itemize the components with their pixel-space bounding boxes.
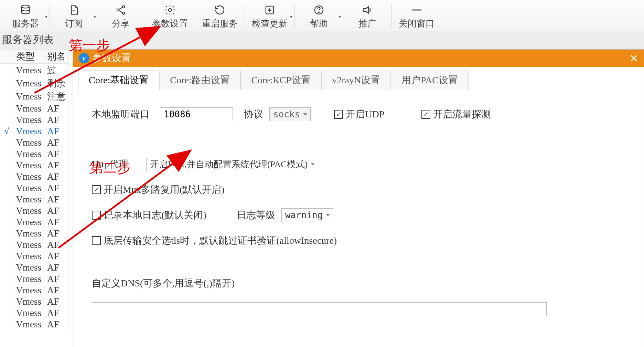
server-row[interactable]: VmessAF bbox=[0, 205, 69, 217]
col-alias[interactable]: 别名 bbox=[44, 50, 69, 64]
row-check bbox=[0, 194, 13, 205]
toolbar-label: 重启服务 bbox=[202, 18, 238, 30]
close-icon[interactable]: ✕ bbox=[630, 52, 638, 64]
tls-label: 底层传输安全选tls时，默认跳过证书验证(allowInsecure) bbox=[104, 234, 337, 247]
row-type: Vmess bbox=[13, 251, 44, 262]
row-type: Vmess bbox=[13, 307, 44, 319]
log-checkbox[interactable]: 记录本地日志(默认关闭) bbox=[92, 209, 206, 222]
toolbar-minus-button[interactable]: 关闭窗口 bbox=[393, 0, 441, 31]
row-alias: 剩余 bbox=[44, 77, 69, 90]
gear-icon bbox=[164, 2, 176, 18]
server-row[interactable]: VmessAF bbox=[0, 194, 69, 205]
row-alias: AF bbox=[44, 171, 69, 182]
tab-2[interactable]: Core:KCP设置 bbox=[240, 71, 321, 90]
row-type: Vmess bbox=[13, 205, 44, 217]
server-row[interactable]: VmessAF bbox=[0, 285, 69, 296]
server-row[interactable]: VmessAF bbox=[0, 160, 69, 171]
server-row[interactable]: VmessAF bbox=[0, 296, 69, 307]
row-type: Vmess bbox=[13, 114, 44, 126]
toolbar-gear-button[interactable]: 参数设置 bbox=[146, 0, 194, 31]
help-icon bbox=[313, 2, 324, 18]
toolbar-help-button[interactable]: 帮助▾ bbox=[296, 0, 342, 31]
row-type: Vmess bbox=[13, 137, 44, 148]
row-alias: AF bbox=[44, 296, 69, 307]
row-check bbox=[0, 296, 13, 307]
row-alias: AF bbox=[44, 273, 69, 285]
server-row[interactable]: VmessAF bbox=[0, 262, 69, 273]
server-row[interactable]: VmessAF bbox=[0, 137, 69, 148]
row-alias: AF bbox=[44, 194, 69, 205]
db-icon bbox=[20, 2, 31, 18]
tab-4[interactable]: 用户PAC设置 bbox=[391, 71, 469, 90]
loglevel-select[interactable]: warning bbox=[281, 208, 334, 222]
row-check bbox=[0, 182, 13, 194]
server-row[interactable]: VmessAF bbox=[0, 182, 69, 194]
tls-checkbox[interactable]: 底层传输安全选tls时，默认跳过证书验证(allowInsecure) bbox=[92, 234, 337, 247]
app-icon: v bbox=[79, 53, 89, 63]
sniff-label: 开启流量探测 bbox=[433, 108, 491, 121]
row-check bbox=[0, 160, 13, 171]
server-row[interactable]: Vmess剩余 bbox=[0, 77, 69, 90]
mux-checkbox[interactable]: ✓ 开启Mux多路复用(默认开启) bbox=[92, 183, 225, 196]
dialog-titlebar[interactable]: v 参数设置 ✕ bbox=[73, 50, 644, 67]
server-row[interactable]: VmessAF bbox=[0, 251, 69, 262]
server-row[interactable]: VmessAF bbox=[0, 319, 69, 330]
col-check[interactable] bbox=[0, 50, 13, 64]
server-row[interactable]: VmessAF bbox=[0, 217, 69, 228]
row-check bbox=[0, 217, 13, 228]
server-row[interactable]: VmessAF bbox=[0, 228, 69, 239]
server-row[interactable]: VmessAF bbox=[0, 114, 69, 126]
server-row[interactable]: VmessAF bbox=[0, 103, 69, 114]
toolbar-db-button[interactable]: 服务器▾ bbox=[2, 0, 49, 31]
col-type[interactable]: 类型 bbox=[13, 50, 44, 64]
toolbar-reload-button[interactable]: 重启服务 bbox=[196, 0, 244, 31]
row-type: Vmess bbox=[13, 126, 44, 137]
toolbar-speaker-button[interactable]: 推广 bbox=[344, 0, 391, 31]
row-check bbox=[0, 64, 13, 77]
server-row[interactable]: Vmess过 bbox=[0, 64, 69, 77]
server-table: 类型 别名 Vmess过Vmess剩余Vmess注意VmessAFVmessAF… bbox=[0, 49, 69, 347]
server-row[interactable]: VmessAF bbox=[0, 171, 69, 182]
toolbar-share-button[interactable]: 分享 bbox=[97, 0, 144, 31]
main-toolbar: 服务器▾订阅▾分享参数设置重启服务检查更新▾帮助▾推广关闭窗口 bbox=[0, 0, 644, 31]
row-alias: AF bbox=[44, 160, 69, 171]
row-alias: AF bbox=[44, 228, 69, 239]
row-check bbox=[0, 205, 13, 217]
minus-icon bbox=[411, 2, 422, 18]
toolbar-file-add-button[interactable]: 订阅▾ bbox=[51, 0, 97, 31]
toolbar-label: 推广 bbox=[358, 18, 376, 30]
dns-input[interactable] bbox=[92, 302, 547, 316]
sniff-checkbox[interactable]: ✓ 开启流量探测 bbox=[421, 108, 491, 121]
port-input[interactable] bbox=[160, 107, 233, 121]
row-type: Vmess bbox=[13, 77, 44, 90]
row-type: Vmess bbox=[13, 319, 44, 330]
download-icon bbox=[265, 2, 275, 18]
file-add-icon bbox=[69, 2, 79, 18]
row-type: Vmess bbox=[13, 148, 44, 160]
row-type: Vmess bbox=[13, 239, 44, 251]
toolbar-label: 订阅 bbox=[65, 18, 83, 30]
server-row[interactable]: VmessAF bbox=[0, 273, 69, 285]
udp-label: 开启UDP bbox=[346, 108, 384, 121]
tab-0[interactable]: Core:基础设置 bbox=[78, 71, 159, 90]
row-check bbox=[0, 90, 13, 103]
server-row[interactable]: VmessAF bbox=[0, 239, 69, 251]
mux-label: 开启Mux多路复用(默认开启) bbox=[104, 183, 225, 196]
tab-3[interactable]: v2rayN设置 bbox=[321, 71, 391, 90]
udp-checkbox[interactable]: ✓ 开启UDP bbox=[334, 108, 384, 121]
row-alias: AF bbox=[44, 319, 69, 330]
toolbar-download-button[interactable]: 检查更新▾ bbox=[246, 0, 294, 31]
row-check bbox=[0, 319, 13, 330]
row-alias: AF bbox=[44, 114, 69, 126]
httpproxy-select[interactable]: 开启PAC,并自动配置系统代理(PAC模式) bbox=[146, 158, 318, 171]
row-type: Vmess bbox=[13, 182, 44, 194]
protocol-select[interactable]: socks bbox=[269, 107, 311, 121]
row-check bbox=[0, 103, 13, 114]
server-row[interactable]: VmessAF bbox=[0, 307, 69, 319]
server-row[interactable]: √VmessAF bbox=[0, 126, 69, 137]
tab-1[interactable]: Core:路由设置 bbox=[159, 71, 240, 90]
server-row[interactable]: Vmess注意 bbox=[0, 90, 69, 103]
dialog-title-text: 参数设置 bbox=[93, 52, 131, 65]
server-row[interactable]: VmessAF bbox=[0, 148, 69, 160]
row-type: Vmess bbox=[13, 296, 44, 307]
